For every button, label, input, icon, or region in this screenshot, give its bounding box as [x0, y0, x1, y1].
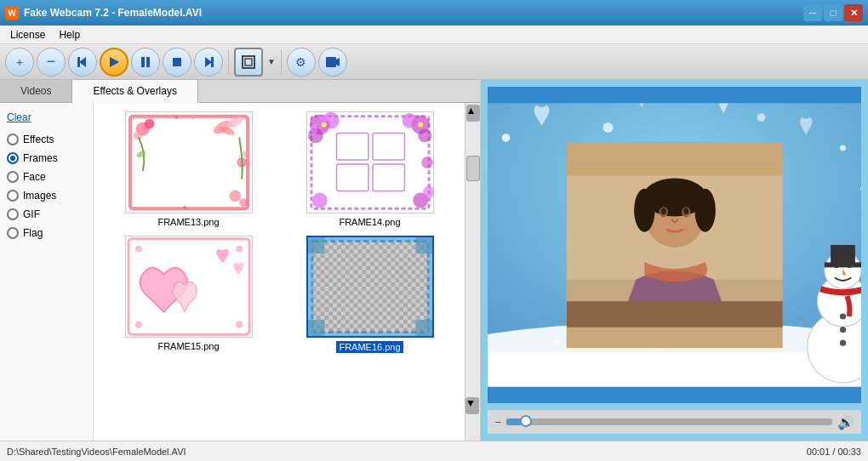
- svg-point-84: [834, 263, 839, 268]
- stop-button[interactable]: [163, 48, 191, 77]
- thumb-frame13[interactable]: FRAME13.png: [102, 111, 275, 227]
- status-bar: D:\Shared\TestingVideos\FemaleModel.AVI …: [0, 441, 868, 461]
- svg-point-69: [840, 145, 846, 151]
- toolbar-separator-1: [228, 49, 229, 75]
- grid-area: Clear Effects Frames Face Ima: [0, 103, 480, 441]
- remove-button[interactable]: −: [37, 48, 66, 77]
- menu-license[interactable]: License: [3, 27, 52, 43]
- svg-point-39: [311, 193, 327, 208]
- radio-frames[interactable]: Frames: [7, 152, 86, 164]
- volume-icon[interactable]: 🔊: [837, 414, 854, 430]
- svg-point-99: [660, 208, 665, 214]
- thumb-img-frame15: [125, 236, 253, 338]
- loop-button[interactable]: [234, 48, 263, 77]
- tab-videos[interactable]: Videos: [0, 80, 72, 102]
- svg-rect-4: [146, 57, 150, 67]
- thumb-img-frame13: [125, 111, 253, 213]
- scroll-thumb[interactable]: [466, 156, 480, 181]
- svg-point-76: [554, 339, 560, 344]
- tabs: Videos Effects & Overlays: [0, 80, 480, 103]
- prev-button[interactable]: [68, 48, 97, 77]
- toolbar-separator-2: [281, 49, 282, 75]
- thumbs-container[interactable]: FRAME13.png: [94, 103, 465, 441]
- radio-circle-gif: [7, 208, 19, 220]
- radio-effects[interactable]: Effects: [7, 134, 86, 145]
- video-button[interactable]: [318, 48, 347, 77]
- svg-marker-0: [79, 57, 86, 67]
- pause-button[interactable]: [131, 48, 160, 77]
- tab-effects-overlays[interactable]: Effects & Overlays: [72, 80, 197, 103]
- svg-rect-59: [311, 241, 427, 332]
- title-text: Fake Webcam 7.2 - FemaleModel.AVI: [24, 7, 202, 19]
- minimize-button[interactable]: ─: [803, 4, 822, 21]
- left-panel: Videos Effects & Overlays Clear Effects …: [0, 80, 481, 441]
- add-button[interactable]: +: [5, 48, 34, 77]
- svg-rect-62: [415, 237, 431, 253]
- svg-point-36: [402, 113, 417, 128]
- radio-label-effects: Effects: [23, 134, 54, 145]
- title-controls: ─ □ ✕: [803, 4, 863, 21]
- svg-point-21: [243, 151, 249, 157]
- radio-flag[interactable]: Flag: [7, 227, 86, 239]
- svg-point-23: [239, 198, 248, 207]
- settings-button[interactable]: ⚙: [287, 48, 316, 77]
- svg-point-50: [236, 246, 243, 253]
- dropdown-arrow[interactable]: ▼: [267, 57, 276, 66]
- svg-point-68: [502, 134, 511, 142]
- svg-rect-8: [243, 56, 254, 68]
- radio-label-face: Face: [23, 171, 46, 183]
- radio-dot-frames: [10, 156, 15, 161]
- svg-point-49: [134, 246, 141, 253]
- menu-help[interactable]: Help: [52, 27, 87, 43]
- svg-point-89: [840, 340, 846, 346]
- radio-gif[interactable]: GIF: [7, 208, 86, 220]
- svg-point-15: [144, 119, 154, 129]
- progress-thumb[interactable]: [520, 415, 532, 427]
- scroll-down-arrow[interactable]: ▼: [465, 397, 479, 414]
- svg-point-71: [757, 113, 766, 122]
- svg-point-78: [657, 350, 661, 355]
- radio-circle-images: [7, 190, 19, 202]
- svg-point-37: [418, 129, 431, 143]
- video-frame: [488, 87, 861, 403]
- clear-link[interactable]: Clear: [7, 111, 86, 123]
- svg-rect-64: [415, 320, 431, 336]
- file-path: D:\Shared\TestingVideos\FemaleModel.AVI: [7, 447, 186, 457]
- svg-marker-6: [205, 57, 212, 67]
- play-button[interactable]: [100, 48, 128, 77]
- svg-point-51: [134, 321, 141, 327]
- toolbar: + − ▼ ⚙: [0, 44, 868, 80]
- radio-images[interactable]: Images: [7, 190, 86, 202]
- thumb-frame16[interactable]: FRAME16.png: [283, 236, 456, 353]
- menu-bar: License Help: [0, 26, 868, 44]
- scrollbar[interactable]: ▲ ▼: [465, 103, 480, 441]
- minus-icon: −: [494, 415, 501, 429]
- radio-face[interactable]: Face: [7, 171, 86, 183]
- close-button[interactable]: ✕: [844, 4, 863, 21]
- radio-label-images: Images: [23, 190, 56, 202]
- svg-rect-5: [173, 58, 181, 66]
- svg-point-34: [310, 124, 317, 134]
- right-panel: − 🔊: [481, 80, 868, 441]
- svg-rect-102: [566, 167, 783, 175]
- app-icon: W: [5, 6, 19, 20]
- thumb-label-frame14: FRAME14.png: [339, 217, 400, 227]
- svg-marker-11: [336, 58, 340, 66]
- progress-bar-container[interactable]: [506, 418, 832, 425]
- radio-label-gif: GIF: [23, 208, 40, 220]
- svg-point-25: [191, 116, 194, 119]
- scroll-up-arrow[interactable]: ▲: [466, 105, 480, 122]
- main-content: Videos Effects & Overlays Clear Effects …: [0, 80, 868, 441]
- thumb-frame15[interactable]: FRAME15.png: [102, 236, 275, 353]
- thumbs-grid: FRAME13.png: [102, 111, 456, 353]
- svg-point-88: [840, 327, 846, 333]
- svg-point-16: [133, 131, 141, 139]
- time-display: 00:01 / 00:33: [807, 447, 861, 457]
- maximize-button[interactable]: □: [824, 4, 842, 21]
- svg-rect-9: [245, 59, 252, 65]
- next-button[interactable]: [194, 48, 223, 77]
- svg-point-24: [174, 116, 178, 119]
- svg-point-70: [603, 122, 614, 133]
- thumb-frame14[interactable]: FRAME14.png: [283, 111, 456, 227]
- svg-point-96: [694, 189, 715, 232]
